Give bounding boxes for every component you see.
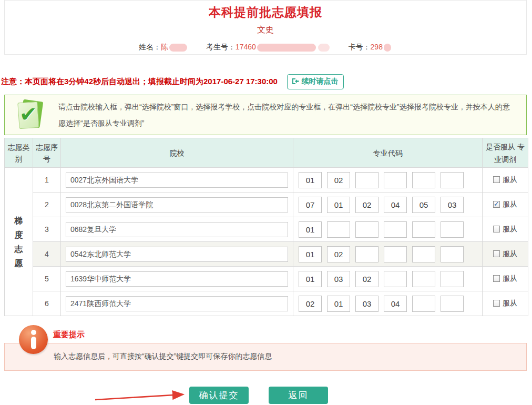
college-input[interactable]: 0028北京第二外国语学院 [66,197,288,212]
major-code-box[interactable]: 03 [441,197,464,213]
volunteer-table: 志愿类别 志愿序号 院校 专业代码 是否服从 专业调剂 梯度志愿 1 0027北… [4,138,528,316]
renew-button-label: 续时请点击 [301,77,338,85]
seq-cell: 6 [33,291,61,316]
major-code-box[interactable] [412,246,435,262]
card-no-value: 298 [371,43,383,51]
info-icon [19,325,48,354]
major-code-box[interactable] [384,246,407,262]
table-row: 梯度志愿 1 0027北京外国语大学 01 02 服从 [5,168,528,193]
exam-no-label: 考生号： [206,43,236,51]
major-code-box[interactable] [441,172,464,188]
surrender-label: 服从 [503,200,517,208]
table-row: 5 1639华中师范大学 01 03 02 服从 [5,267,528,291]
major-code-box[interactable] [327,221,350,238]
header-seq: 志愿序号 [33,138,61,168]
major-code-box[interactable]: 03 [327,271,350,287]
seq-cell: 1 [33,168,61,193]
major-code-box[interactable]: 02 [355,197,378,213]
college-input[interactable]: 0027北京外国语大学 [66,173,288,188]
major-code-box[interactable]: 04 [384,197,407,213]
seq-cell: 5 [33,267,61,291]
major-code-box[interactable] [412,221,435,238]
exam-no-redaction-2 [318,44,330,52]
major-code-box[interactable] [384,271,407,287]
header-category: 志愿类别 [5,138,33,168]
important-tip-title: 重要提示 [53,330,85,340]
candidate-info-line: 姓名：陈 考生号：17460 卡号：298 [5,43,526,52]
header-major-code: 专业代码 [293,138,483,168]
major-code-box[interactable] [441,221,464,238]
renew-exit-icon [292,78,299,85]
major-code-box[interactable]: 01 [299,246,322,262]
category-label: 文史 [5,25,526,36]
major-code-box[interactable]: 02 [327,172,350,188]
major-code-box[interactable] [384,172,407,188]
surrender-checkbox[interactable] [493,176,500,183]
college-input[interactable]: 2471陕西师范大学 [66,296,288,311]
header-college: 院校 [61,138,293,168]
major-code-box[interactable] [355,172,378,188]
major-code-box[interactable] [441,271,464,287]
major-code-box[interactable]: 01 [327,197,350,213]
timeout-notice-text: 注意：本页面将在3分钟42秒后自动退出；填报截止时间为2017-06-27 17… [1,74,278,89]
seq-cell: 4 [33,242,61,267]
college-input[interactable]: 0682复旦大学 [66,222,288,237]
major-code-box[interactable]: 01 [299,271,322,287]
surrender-checkbox[interactable] [493,300,500,307]
seq-cell: 3 [33,217,61,242]
important-tip-box: 输入志愿信息后，可直接按“确认提交”键提交即可保存你的志愿信息 [4,343,527,371]
renew-session-button[interactable]: 续时请点击 [287,74,344,89]
college-input[interactable]: 1639华中师范大学 [66,271,288,287]
major-code-box[interactable] [355,246,378,262]
exam-no-redaction [257,44,316,52]
back-button[interactable]: 返回 [269,387,328,404]
major-code-box[interactable]: 01 [299,221,322,238]
college-input[interactable]: 0542东北师范大学 [66,247,288,262]
name-label: 姓名： [139,43,161,51]
major-code-box[interactable] [412,296,435,312]
major-code-box[interactable]: 02 [355,271,378,287]
name-redaction [169,44,187,52]
note-check-icon: ✔ [16,99,46,131]
major-code-box[interactable]: 01 [299,172,322,188]
major-code-box[interactable] [412,271,435,287]
instruction-box: ✔ 请点击院校输入框，弹出“选择院校”窗口，选择报考学校，点击院校对应的专业框，… [4,95,527,135]
instruction-text: 请点击院校输入框，弹出“选择院校”窗口，选择报考学校，点击院校对应的专业框，在弹… [58,99,526,131]
table-header-row: 志愿类别 志愿序号 院校 专业代码 是否服从 专业调剂 [5,138,528,168]
major-code-box[interactable]: 03 [355,296,378,312]
page-title: 本科提前批志愿填报 [5,4,526,21]
surrender-checkbox[interactable] [493,275,500,282]
volunteer-filling-page: 本科提前批志愿填报 文史 姓名：陈 考生号：17460 卡号：298 注意：本页… [0,0,532,405]
major-code-box[interactable]: 05 [412,197,435,213]
major-code-box[interactable] [412,172,435,188]
header-card: 本科提前批志愿填报 文史 姓名：陈 考生号：17460 卡号：298 [4,0,527,55]
card-no-label: 卡号： [349,43,371,51]
major-code-box[interactable]: 04 [384,296,407,312]
exam-no-value: 17460 [236,43,256,51]
surrender-checkbox[interactable] [493,226,500,232]
important-tip-text: 输入志愿信息后，可直接按“确认提交”键提交即可保存你的志愿信息 [54,352,272,361]
category-cell: 梯度志愿 [5,168,33,316]
major-code-box[interactable] [384,221,407,238]
major-code-box[interactable]: 02 [327,246,350,262]
category-vertical-label: 梯度志愿 [14,214,24,270]
surrender-label: 服从 [503,225,517,233]
major-code-box[interactable]: 07 [299,197,322,213]
major-code-box[interactable] [441,296,464,312]
card-no-redaction [384,44,391,52]
major-code-box[interactable]: 01 [327,296,350,312]
seq-cell: 2 [33,193,61,217]
major-code-box[interactable] [355,221,378,238]
surrender-label: 服从 [503,299,517,307]
surrender-label: 服从 [503,175,517,184]
annotation-arrow [94,387,191,405]
surrender-label: 服从 [503,249,517,258]
table-row: 2 0028北京第二外国语学院 07 01 02 04 05 03 服从 [5,193,528,217]
table-row: 3 0682复旦大学 01 服从 [5,217,528,242]
major-code-box[interactable] [441,246,464,262]
confirm-submit-button[interactable]: 确认提交 [189,387,249,404]
table-row: 6 2471陕西师范大学 02 01 03 04 服从 [5,291,528,316]
surrender-checkbox[interactable] [493,201,500,208]
major-code-box[interactable]: 02 [299,296,322,312]
surrender-checkbox[interactable] [493,250,500,257]
